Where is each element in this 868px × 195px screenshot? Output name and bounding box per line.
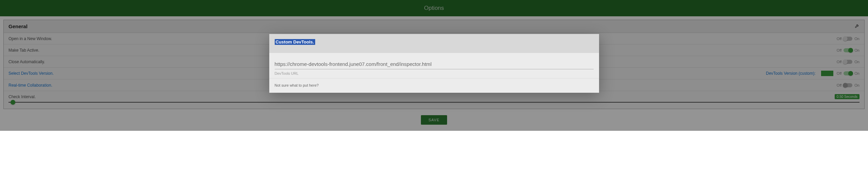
row-label: Close Automatically. xyxy=(8,59,45,64)
off-label: Off xyxy=(837,37,841,41)
custom-devtools-modal: Custom DevTools. DevTools URL Not sure w… xyxy=(269,34,599,93)
row-label-link[interactable]: Real-time Collaboration. xyxy=(8,83,52,88)
row-check-interval: Check Interval. 0.50 Seconds xyxy=(4,91,864,109)
on-label: On xyxy=(854,37,860,41)
toggle-switch[interactable] xyxy=(844,83,852,87)
toggle-switch[interactable] xyxy=(844,60,852,64)
on-label: On xyxy=(854,83,860,87)
modal-header: Custom DevTools. xyxy=(269,34,599,53)
off-label: Off xyxy=(837,60,841,64)
toggle-make-tab-active[interactable]: Off On xyxy=(837,48,860,52)
row-label-link[interactable]: Select DevTools Version. xyxy=(8,71,54,76)
page-title: Options xyxy=(424,5,444,11)
page-header: Options xyxy=(0,0,868,16)
toggle-switch[interactable] xyxy=(844,48,852,52)
slider-thumb[interactable] xyxy=(11,100,15,105)
toggle-switch[interactable] xyxy=(844,71,852,75)
toggle-select-devtools[interactable]: Off On xyxy=(837,71,860,75)
toggle-close-automatically[interactable]: Off On xyxy=(837,60,860,64)
devtools-version-label[interactable]: DevTools Version (custom): xyxy=(766,71,816,76)
toggle-open-new-window[interactable]: Off On xyxy=(837,37,860,41)
section-title: General xyxy=(8,23,28,29)
toggle-switch[interactable] xyxy=(844,37,852,41)
on-label: On xyxy=(854,71,860,75)
interval-slider[interactable] xyxy=(8,102,860,103)
modal-body: DevTools URL xyxy=(269,53,599,78)
wrench-icon[interactable] xyxy=(855,23,860,29)
off-label: Off xyxy=(837,71,841,75)
on-label: On xyxy=(854,60,860,64)
on-label: On xyxy=(854,48,860,52)
toggle-realtime-collab[interactable]: Off On xyxy=(837,83,860,87)
devtools-url-label: DevTools URL xyxy=(275,71,594,75)
modal-footer: Not sure what to put here? xyxy=(269,78,599,93)
section-header: General xyxy=(4,20,864,33)
row-label: Make Tab Active. xyxy=(8,48,39,53)
save-row: SAVE xyxy=(0,109,868,131)
row-label: Open in a New Window. xyxy=(8,36,52,41)
devtools-url-input[interactable] xyxy=(275,59,594,69)
off-label: Off xyxy=(837,48,841,52)
modal-help-link[interactable]: Not sure what to put here? xyxy=(275,83,319,87)
save-button[interactable]: SAVE xyxy=(421,115,447,125)
modal-title: Custom DevTools. xyxy=(275,39,315,45)
version-badge xyxy=(821,71,833,76)
slider-badge: 0.50 Seconds xyxy=(835,94,860,99)
off-label: Off xyxy=(837,83,841,87)
slider-label: Check Interval. xyxy=(8,94,36,99)
